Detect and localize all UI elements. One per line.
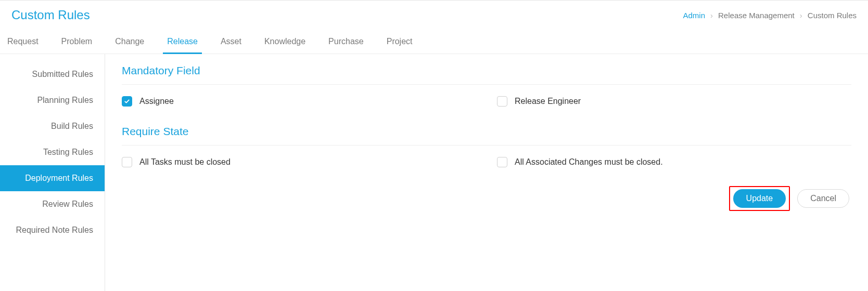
mandatory-field-row: Assignee (122, 96, 476, 107)
chevron-right-icon: › (710, 11, 713, 20)
sidebar-item-submitted[interactable]: Submitted Rules (0, 61, 105, 87)
cancel-button[interactable]: Cancel (797, 189, 849, 208)
require-state-field-row: All Tasks must be closed (122, 157, 476, 167)
mandatory-field-row: Release Engineer (497, 96, 851, 107)
sidebar-item-testing[interactable]: Testing Rules (0, 139, 105, 165)
tab-knowledge[interactable]: Knowledge (260, 32, 310, 54)
sidebar-item-review[interactable]: Review Rules (0, 191, 105, 217)
require-state-checkbox-0[interactable] (122, 157, 132, 167)
tab-asset[interactable]: Asset (216, 32, 246, 54)
tab-purchase[interactable]: Purchase (324, 32, 368, 54)
breadcrumb: Admin › Release Management › Custom Rule… (683, 11, 857, 20)
tab-release[interactable]: Release (163, 32, 202, 54)
section-mandatory-title: Mandatory Field (122, 64, 851, 85)
mandatory-checkbox-1[interactable] (497, 96, 507, 107)
sidebar-item-deployment[interactable]: Deployment Rules (0, 165, 105, 191)
breadcrumb-admin[interactable]: Admin (683, 11, 706, 20)
tab-problem[interactable]: Problem (57, 32, 97, 54)
content-panel: Mandatory Field AssigneeRelease Engineer… (105, 54, 868, 291)
mandatory-checkbox-0[interactable] (122, 96, 132, 107)
update-highlight: Update (729, 186, 790, 211)
breadcrumb-release-management[interactable]: Release Management (718, 11, 795, 20)
mandatory-label-0: Assignee (139, 97, 174, 106)
sidebar: Submitted RulesPlanning RulesBuild Rules… (0, 54, 105, 291)
breadcrumb-current: Custom Rules (808, 11, 857, 20)
require-state-checkbox-1[interactable] (497, 157, 507, 167)
update-button[interactable]: Update (733, 189, 786, 208)
mandatory-label-1: Release Engineer (515, 97, 581, 106)
action-bar: Update Cancel (122, 186, 851, 211)
sidebar-item-planning[interactable]: Planning Rules (0, 87, 105, 113)
sidebar-item-build[interactable]: Build Rules (0, 113, 105, 139)
section-require-state-title: Require State (122, 125, 851, 146)
tab-project[interactable]: Project (382, 32, 417, 54)
tab-request[interactable]: Request (3, 32, 43, 54)
require-state-label-0: All Tasks must be closed (139, 157, 231, 167)
require-state-label-1: All Associated Changes must be closed. (515, 157, 663, 167)
require-state-field-row: All Associated Changes must be closed. (497, 157, 851, 167)
top-tabs: RequestProblemChangeReleaseAssetKnowledg… (0, 32, 868, 54)
tab-change[interactable]: Change (111, 32, 148, 54)
sidebar-item-required-note[interactable]: Required Note Rules (0, 217, 105, 243)
chevron-right-icon: › (800, 11, 802, 20)
page-title: Custom Rules (11, 8, 90, 22)
